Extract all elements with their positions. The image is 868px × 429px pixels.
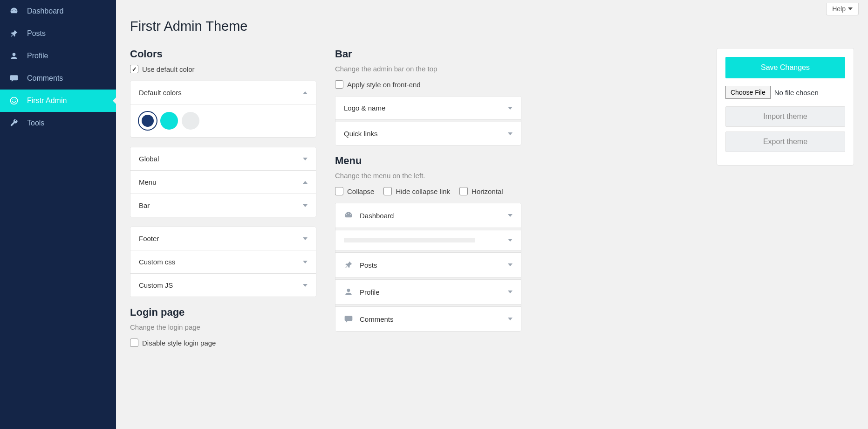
smiley-icon <box>9 96 19 105</box>
chevron-up-icon <box>303 90 308 95</box>
panel-logo-name[interactable]: Logo & name <box>335 97 521 119</box>
chevron-down-icon <box>508 213 513 218</box>
color-swatch-grey[interactable] <box>182 112 199 130</box>
chevron-down-icon <box>848 7 853 11</box>
panel-label: Posts <box>360 261 377 269</box>
sidebar-item-dashboard[interactable]: Dashboard <box>0 0 116 22</box>
panel-label: Global <box>139 155 159 163</box>
tachometer-icon <box>344 211 353 220</box>
panel-label: Custom JS <box>139 281 173 289</box>
collapse-label: Collapse <box>347 187 374 195</box>
panel-label: Bar <box>139 201 150 209</box>
pin-icon <box>344 260 353 270</box>
panel-global[interactable]: Global <box>130 147 316 170</box>
panel-label: Footer <box>139 235 159 242</box>
chevron-down-icon <box>303 157 308 161</box>
panel-label: Custom css <box>139 258 175 266</box>
login-heading: Login page <box>130 306 316 318</box>
menu-heading: Menu <box>335 155 521 167</box>
sidebar-item-label: Posts <box>27 29 46 38</box>
disable-login-checkbox[interactable] <box>130 339 138 347</box>
export-theme-button[interactable]: Export theme <box>725 131 845 152</box>
pin-icon <box>9 29 19 38</box>
default-colors-panel-group: Default colors <box>130 81 316 138</box>
panel-label: Default colors <box>139 89 182 97</box>
actions-panel: Save Changes Choose File No file chosen … <box>717 48 854 166</box>
import-theme-button[interactable]: Import theme <box>725 106 845 127</box>
chevron-down-icon <box>508 238 513 242</box>
sidebar-item-firstr-admin[interactable]: Firstr Admin <box>0 90 116 112</box>
sidebar-item-comments[interactable]: Comments <box>0 67 116 90</box>
sidebar-item-profile[interactable]: Profile <box>0 45 116 67</box>
panel-custom-js[interactable]: Custom JS <box>130 273 316 297</box>
panel-label: Logo & name <box>344 104 385 112</box>
page-title: Firstr Admin Theme <box>130 19 854 34</box>
svg-point-2 <box>15 99 16 100</box>
chevron-down-icon <box>508 131 513 136</box>
choose-file-button[interactable]: Choose File <box>725 86 771 99</box>
panel-label: Quick links <box>344 130 378 138</box>
panel-bar[interactable]: Bar <box>130 194 316 217</box>
use-default-color-label: Use default color <box>142 65 195 73</box>
panel-label: Dashboard <box>360 212 394 220</box>
bar-panels: Logo & name Quick links <box>335 96 521 145</box>
no-file-label: No file chosen <box>774 89 819 97</box>
sidebar-item-label: Profile <box>27 52 48 60</box>
chevron-down-icon <box>508 317 513 321</box>
chevron-down-icon <box>508 290 513 294</box>
panel-custom-css[interactable]: Custom css <box>130 250 316 273</box>
hide-collapse-label: Hide collapse link <box>396 187 450 195</box>
svg-point-0 <box>11 97 18 104</box>
colors-panels-2: Footer Custom css Custom JS <box>130 227 316 297</box>
color-swatch-navy[interactable] <box>139 112 157 130</box>
hide-collapse-checkbox[interactable] <box>383 187 392 195</box>
svg-point-1 <box>13 99 14 100</box>
empty-bar <box>344 238 475 242</box>
menu-item-profile[interactable]: Profile <box>335 280 521 304</box>
wrench-icon <box>9 118 19 128</box>
default-colors-content <box>130 104 316 137</box>
bar-heading: Bar <box>335 48 521 60</box>
sidebar-item-label: Firstr Admin <box>27 97 67 105</box>
chevron-down-icon <box>303 203 308 208</box>
panel-quick-links[interactable]: Quick links <box>335 122 521 145</box>
sidebar-item-label: Comments <box>27 74 63 83</box>
help-tab[interactable]: Help <box>826 3 859 15</box>
panel-menu[interactable]: Menu <box>130 170 316 194</box>
use-default-color-checkbox[interactable] <box>130 65 138 73</box>
panel-footer[interactable]: Footer <box>130 227 316 250</box>
default-colors-header[interactable]: Default colors <box>130 81 316 104</box>
apply-frontend-label: Apply style on front-end <box>347 81 421 89</box>
chevron-down-icon <box>303 236 308 241</box>
menu-subtext: Change the menu on the left. <box>335 172 521 180</box>
user-icon <box>344 287 353 297</box>
colors-heading: Colors <box>130 48 316 60</box>
sidebar-item-posts[interactable]: Posts <box>0 22 116 45</box>
panel-label: Menu <box>139 178 157 186</box>
color-swatch-teal[interactable] <box>160 112 178 130</box>
menu-items-panels: Dashboard Posts <box>335 203 521 332</box>
help-label: Help <box>832 5 846 13</box>
save-changes-button[interactable]: Save Changes <box>725 57 845 78</box>
sidebar-item-label: Tools <box>27 119 44 127</box>
menu-item-separator[interactable] <box>335 230 521 250</box>
menu-item-comments[interactable]: Comments <box>335 307 521 331</box>
horizontal-label: Horizontal <box>472 187 503 195</box>
menu-item-posts[interactable]: Posts <box>335 253 521 277</box>
collapse-checkbox[interactable] <box>335 187 343 195</box>
comment-icon <box>344 314 353 324</box>
sidebar-item-label: Dashboard <box>27 7 63 15</box>
panel-label: Comments <box>360 315 394 323</box>
sidebar-item-tools[interactable]: Tools <box>0 112 116 134</box>
login-subtext: Change the login page <box>130 323 316 331</box>
disable-login-label: Disable style login page <box>142 339 216 347</box>
panel-label: Profile <box>360 288 380 296</box>
horizontal-checkbox[interactable] <box>459 187 468 195</box>
menu-item-dashboard[interactable]: Dashboard <box>335 203 521 228</box>
colors-panels-1: Global Menu Bar <box>130 147 316 217</box>
sidebar: Dashboard Posts Profile Comments Firstr … <box>0 0 116 429</box>
chevron-down-icon <box>508 106 513 111</box>
chevron-down-icon <box>508 263 513 267</box>
comment-icon <box>9 74 19 83</box>
apply-frontend-checkbox[interactable] <box>335 80 343 89</box>
